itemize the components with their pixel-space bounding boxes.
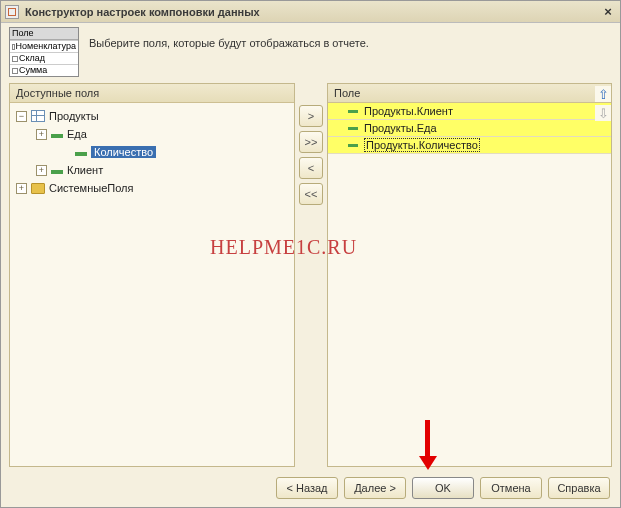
tree-node-client[interactable]: + Клиент (12, 161, 292, 179)
field-icon (348, 110, 358, 113)
field-icon (51, 134, 63, 138)
move-down-button[interactable]: ⇩ (595, 105, 611, 121)
selected-fields-list: Продукты.Клиент Продукты.Еда Продукты.Ко… (328, 103, 611, 154)
ok-button[interactable]: OK (412, 477, 474, 499)
remove-button[interactable]: < (299, 157, 323, 179)
add-button[interactable]: > (299, 105, 323, 127)
back-button[interactable]: < Назад (276, 477, 338, 499)
mini-row: Склад (10, 52, 78, 64)
selected-fields-panel: Поле Продукты.Клиент Продукты.Еда Продук… (327, 83, 612, 467)
list-item[interactable]: Продукты.Еда (328, 120, 611, 137)
instruction-text: Выберите поля, которые будут отображатьс… (89, 27, 369, 49)
table-icon (31, 110, 45, 122)
spacer (60, 147, 71, 158)
tree-node-system-fields[interactable]: + СистемныеПоля (12, 179, 292, 197)
close-icon[interactable]: × (600, 5, 616, 19)
transfer-buttons: > >> < << (297, 83, 325, 467)
collapse-icon[interactable]: − (16, 111, 27, 122)
tree-node-quantity[interactable]: Количество (12, 143, 292, 161)
footer-buttons: < Назад Далее > OK Отмена Справка (1, 471, 620, 507)
field-icon (75, 152, 87, 156)
help-button[interactable]: Справка (548, 477, 610, 499)
mini-row: Номенклатура (10, 40, 78, 52)
tree-node-products[interactable]: − Продукты (12, 107, 292, 125)
mini-fields-preview: Поле Номенклатура Склад Сумма (9, 27, 79, 77)
dialog-window: Конструктор настроек компоновки данных ×… (0, 0, 621, 508)
tree-node-eda[interactable]: + Еда (12, 125, 292, 143)
available-fields-body: − Продукты + Еда Количество (10, 103, 294, 466)
available-fields-panel: Доступные поля − Продукты + Еда (9, 83, 295, 467)
field-icon (348, 127, 358, 130)
available-fields-header: Доступные поля (10, 84, 294, 103)
main-area: Доступные поля − Продукты + Еда (1, 83, 620, 471)
selected-fields-body: Продукты.Клиент Продукты.Еда Продукты.Ко… (328, 103, 611, 466)
titlebar: Конструктор настроек компоновки данных × (1, 1, 620, 23)
expand-icon[interactable]: + (36, 165, 47, 176)
window-title: Конструктор настроек компоновки данных (25, 6, 600, 18)
mini-header: Поле (10, 28, 78, 40)
field-icon (348, 144, 358, 147)
next-button[interactable]: Далее > (344, 477, 406, 499)
add-all-button[interactable]: >> (299, 131, 323, 153)
fields-tree: − Продукты + Еда Количество (10, 103, 294, 201)
move-up-button[interactable]: ⇧ (595, 86, 611, 102)
list-item[interactable]: Продукты.Клиент (328, 103, 611, 120)
expand-icon[interactable]: + (16, 183, 27, 194)
mini-row: Сумма (10, 64, 78, 76)
list-item[interactable]: Продукты.Количество (328, 137, 611, 154)
field-icon (51, 170, 63, 174)
app-icon (5, 5, 19, 19)
expand-icon[interactable]: + (36, 129, 47, 140)
reorder-buttons: ⇧ ⇩ (594, 86, 612, 121)
cancel-button[interactable]: Отмена (480, 477, 542, 499)
folder-icon (31, 183, 45, 194)
selected-fields-header: Поле (328, 84, 611, 103)
remove-all-button[interactable]: << (299, 183, 323, 205)
header-area: Поле Номенклатура Склад Сумма Выберите п… (1, 23, 620, 83)
